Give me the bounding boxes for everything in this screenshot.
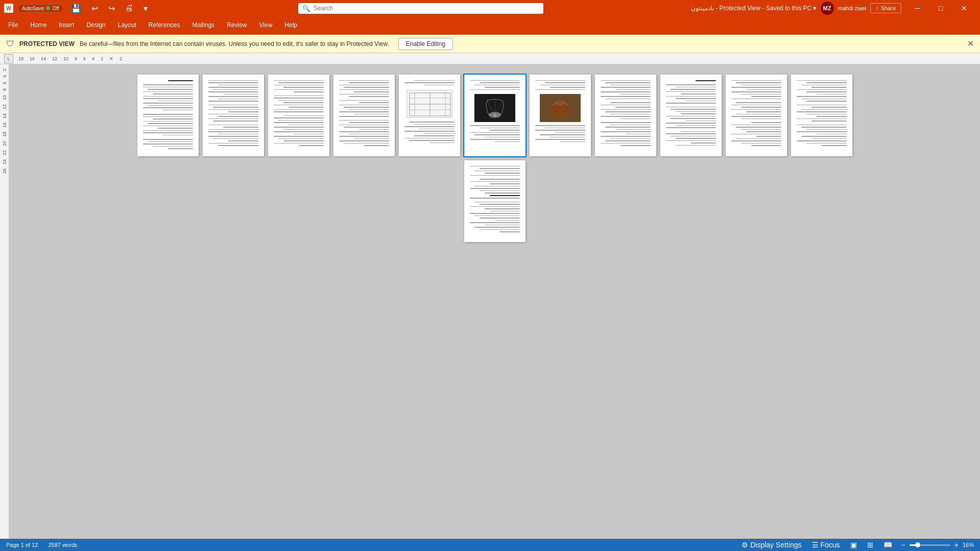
tab-view[interactable]: View <box>253 16 279 35</box>
search-icon: 🔍 <box>302 5 310 12</box>
page-thumbnail-12[interactable] <box>464 160 525 242</box>
zoom-thumb <box>915 542 920 547</box>
page-thumbnail-9[interactable] <box>660 75 722 156</box>
status-bar: Page 1 of 12 2587 words ⚙ Display Settin… <box>0 539 980 551</box>
print-layout-button[interactable]: ▣ <box>848 541 859 549</box>
main-area: 2 4 6 8 10 12 14 16 18 20 22 24 26 <box>0 64 980 539</box>
read-mode-icon: 📖 <box>883 541 892 549</box>
vertical-ruler: 2 4 6 8 10 12 14 16 18 20 22 24 26 <box>0 64 9 539</box>
maximize-button[interactable]: □ <box>929 0 952 16</box>
tab-references[interactable]: References <box>142 16 186 35</box>
share-icon: ↑ <box>876 5 879 11</box>
page-info: Page 1 of 12 <box>6 542 38 548</box>
share-button[interactable]: ↑ Share <box>870 3 901 13</box>
pages-row-1 <box>137 75 852 156</box>
page-thumbnail-8[interactable] <box>595 75 656 156</box>
protected-view-bar: 🛡 PROTECTED VIEW Be careful—files from t… <box>0 35 980 53</box>
title-bar: W AutoSave Off 💾 ↩ ↪ 🖨 ▾ 🔍 بادمینتون - P… <box>0 0 980 16</box>
pages-row-2 <box>464 160 525 242</box>
page-thumbnail-4[interactable] <box>333 75 395 156</box>
page-thumbnail-2[interactable] <box>203 75 264 156</box>
page-thumbnail-10[interactable] <box>726 75 787 156</box>
autosave-state: Off <box>52 6 59 11</box>
zoom-track[interactable] <box>910 544 950 546</box>
search-input[interactable] <box>314 5 539 12</box>
tab-mailings[interactable]: Mailings <box>186 16 221 35</box>
enable-editing-button[interactable]: Enable Editing <box>398 38 453 50</box>
print-layout-icon: ▣ <box>850 541 857 549</box>
tab-file[interactable]: File <box>2 16 24 35</box>
web-layout-button[interactable]: ⊞ <box>865 541 875 549</box>
page-thumbnail-7[interactable] <box>530 75 591 156</box>
display-settings-icon: ⚙ <box>742 541 748 549</box>
tab-home[interactable]: Home <box>24 16 53 35</box>
ribbon-tabs: File Home Insert Design Layout Reference… <box>0 16 980 35</box>
undo-button[interactable]: ↩ <box>88 2 101 15</box>
tab-insert[interactable]: Insert <box>53 16 80 35</box>
tab-design[interactable]: Design <box>80 16 111 35</box>
word-icon: W <box>4 4 13 13</box>
word-count: 2587 words <box>48 542 77 548</box>
qat-dropdown[interactable]: ▾ <box>140 2 151 15</box>
zoom-level: 16% <box>963 542 974 548</box>
tab-layout[interactable]: Layout <box>112 16 142 35</box>
redo-button[interactable]: ↪ <box>105 2 118 15</box>
web-layout-icon: ⊞ <box>867 541 873 549</box>
focus-button[interactable]: ☰ Focus <box>810 541 842 549</box>
file-title: بادمینتون - Protected View - Saved to th… <box>691 5 817 12</box>
window-controls: ─ □ ✕ <box>905 0 976 16</box>
ruler-corner[interactable]: L <box>4 54 13 63</box>
username-label: mahdi ziaei <box>838 5 867 11</box>
display-settings-button[interactable]: ⚙ Display Settings <box>739 541 803 549</box>
autosave-dot <box>46 6 50 10</box>
focus-icon: ☰ <box>812 541 819 549</box>
zoom-slider: − + 16% <box>900 541 974 549</box>
title-bar-right: بادمینتون - Protected View - Saved to th… <box>691 0 976 16</box>
read-mode-button[interactable]: 📖 <box>881 541 894 549</box>
svg-point-15 <box>560 104 568 112</box>
minimize-button[interactable]: ─ <box>905 0 929 16</box>
zoom-in-button[interactable]: + <box>953 541 960 549</box>
search-box[interactable]: 🔍 <box>298 3 543 14</box>
horizontal-ruler: L 18 16 14 12 10 8 6 4 2 ✕ 2 <box>0 53 980 64</box>
close-button[interactable]: ✕ <box>952 0 976 16</box>
tab-review[interactable]: Review <box>221 16 253 35</box>
protected-view-message: Be careful—files from the Internet can c… <box>80 40 389 47</box>
protected-view-title: PROTECTED VIEW <box>19 40 75 47</box>
print-button[interactable]: 🖨 <box>122 2 136 15</box>
page-thumbnail-11[interactable] <box>791 75 852 156</box>
autosave-label: AutoSave <box>22 6 44 11</box>
shield-icon: 🛡 <box>6 39 14 49</box>
page-thumbnail-1[interactable] <box>137 75 199 156</box>
close-protected-bar-button[interactable]: ✕ <box>967 39 974 49</box>
save-button[interactable]: 💾 <box>68 2 84 15</box>
status-bar-right: ⚙ Display Settings ☰ Focus ▣ ⊞ 📖 − + 16% <box>739 541 974 549</box>
zoom-out-button[interactable]: − <box>900 541 906 549</box>
page-thumbnail-6[interactable] <box>464 75 525 156</box>
title-bar-left: W AutoSave Off 💾 ↩ ↪ 🖨 ▾ <box>4 2 151 15</box>
svg-point-11 <box>493 114 496 117</box>
svg-point-14 <box>553 104 561 112</box>
document-area <box>9 64 980 539</box>
autosave-toggle[interactable]: AutoSave Off <box>17 4 64 13</box>
title-bar-center: 🔍 <box>151 3 691 14</box>
tab-help[interactable]: Help <box>278 16 303 35</box>
ruler-marks: 18 16 14 12 10 8 6 4 2 ✕ 2 <box>15 56 976 61</box>
user-avatar[interactable]: MZ <box>821 2 834 15</box>
page-thumbnail-5[interactable] <box>399 75 460 156</box>
page-thumbnail-3[interactable] <box>268 75 329 156</box>
